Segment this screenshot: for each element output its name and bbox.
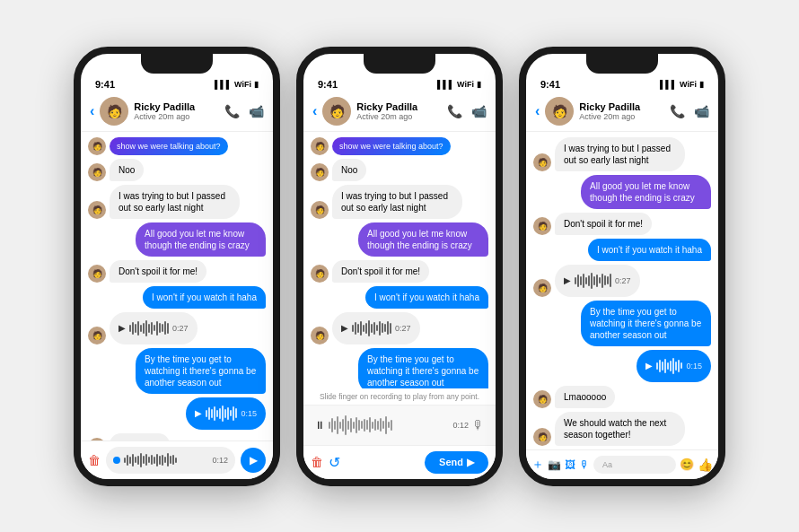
trash-icon-2[interactable]: 🗑 [311, 455, 323, 469]
back-button-2[interactable]: ‹ [312, 103, 317, 119]
msg-bubble: Noo [110, 159, 144, 181]
audio-bubble[interactable]: ▶ 0:27 [110, 312, 198, 344]
msg-row: By the time you get to watching it there… [311, 348, 488, 388]
msg-row: 🧑 Noo [88, 159, 266, 181]
msg-row: ▶ 0:15 [533, 350, 711, 382]
msg-row: I won't if you watch it haha [88, 286, 266, 309]
back-button-1[interactable]: ‹ [90, 103, 94, 119]
msg-bubble: Don't spoil it for me! [555, 213, 652, 235]
msg-row: 🧑 Don't spoil it for me! [88, 260, 266, 283]
msg-bubble: Don't spoil it for me! [110, 260, 206, 283]
msg-row: All good you let me know though the endi… [88, 222, 266, 257]
audio-bubble[interactable]: ▶ 0:27 [332, 312, 420, 344]
audio-time: 0:15 [241, 409, 257, 418]
msg-row: By the time you get to watching it there… [88, 348, 266, 394]
send-button[interactable]: ▶ [241, 448, 266, 473]
recording-hint: Slide finger on recording to play from a… [303, 388, 496, 405]
msg-bubble: Lmaooooo [555, 386, 615, 408]
play-icon[interactable]: ▶ [195, 408, 202, 418]
msg-row: ▶ 0:15 [88, 397, 266, 430]
message-input[interactable]: Aa [593, 456, 676, 474]
send-button-2[interactable]: Send ▶ [425, 451, 488, 474]
camera-icon[interactable]: 📷 [548, 458, 561, 471]
audio-bubble-sent[interactable]: ▶ 0:15 [637, 350, 711, 382]
avatar-2: 🧑 [322, 97, 351, 126]
header-info-1: Ricky Padilla Active 20m ago [134, 101, 224, 121]
msg-avatar: 🧑 [533, 217, 551, 235]
phone-icon-2[interactable]: 📞 [447, 104, 462, 118]
msg-bubble: All good you let me know though the endi… [136, 222, 266, 257]
status-bar-1: 9:41 ▌▌▌ WiFi ▮ [81, 54, 273, 93]
msg-bubble: I won't if you watch it haha [143, 286, 266, 309]
msg-avatar: 🧑 [88, 137, 106, 155]
video-icon-2[interactable]: 📹 [471, 104, 487, 118]
avatar-1: 🧑 [100, 97, 128, 126]
play-icon[interactable]: ▶ [645, 361, 653, 371]
play-icon[interactable]: ▶ [341, 323, 348, 333]
msg-bubble: I won't if you watch it haha [588, 239, 711, 261]
pause-icon[interactable]: ⏸ [314, 419, 325, 432]
msg-bubble: All good you let me know though the endi… [581, 175, 711, 209]
status-bar-2: 9:41 ▌▌▌ WiFi ▮ [303, 54, 496, 93]
msg-avatar: 🧑 [311, 201, 329, 219]
audio-bubble-sent[interactable]: ▶ 0:15 [186, 397, 266, 430]
signal-icon: ▌▌▌ [215, 80, 232, 89]
contact-status-1: Active 20m ago [134, 112, 224, 121]
audio-bubble[interactable]: ▶ 0:27 [555, 265, 640, 297]
mic-input-icon[interactable]: 🎙 [579, 458, 590, 471]
messages-area-3: 🧑 I was trying to but I passed out so ea… [526, 132, 718, 449]
msg-row: 🧑 Lmaooooo [88, 433, 266, 440]
refresh-icon[interactable]: ↺ [329, 454, 340, 471]
msg-row: 🧑 Don't spoil it for me! [533, 213, 711, 235]
header-info-2: Ricky Padilla Active 20m ago [356, 101, 447, 121]
back-button-3[interactable]: ‹ [535, 103, 540, 119]
phone-3: 9:41 ▌▌▌ WiFi ▮ ‹ 🧑 Ricky Padilla Active… [519, 47, 725, 486]
waveform [656, 357, 682, 375]
like-button[interactable]: 👍 [698, 458, 713, 472]
audio-time: 0:27 [172, 324, 189, 333]
msg-row: By the time you get to watching it there… [533, 301, 711, 346]
waveform [129, 319, 169, 337]
msg-avatar: 🧑 [88, 163, 106, 181]
msg-bubble: Noo [332, 159, 366, 181]
video-icon-3[interactable]: 📹 [694, 104, 709, 118]
messages-area-1: 🧑 show we were talking about? 🧑 Noo 🧑 I … [81, 132, 273, 440]
plus-icon[interactable]: ＋ [531, 457, 544, 473]
phone-1: 9:41 ▌▌▌ WiFi ▮ ‹ 🧑 Ricky Padilla Active… [74, 47, 280, 486]
send-label: Send [439, 457, 463, 467]
audio-time: 0:27 [615, 276, 631, 285]
waveform [206, 405, 237, 423]
avatar-3: 🧑 [545, 97, 574, 126]
chat-header-3: ‹ 🧑 Ricky Padilla Active 20m ago 📞 📹 [526, 93, 718, 132]
mic-icon[interactable]: 🎙 [472, 418, 485, 432]
record-bar: 0:12 [106, 447, 235, 474]
msg-bubble: show we were talking about? [332, 137, 451, 155]
contact-name-3: Ricky Padilla [579, 101, 670, 112]
waveform-bottom [124, 451, 208, 469]
active-recording-area: ⏸ 0:12 🎙 [303, 405, 496, 445]
header-actions-3: 📞 📹 [670, 104, 709, 118]
phone-icon-1[interactable]: 📞 [224, 104, 240, 118]
chat-header-1: ‹ 🧑 Ricky Padilla Active 20m ago 📞 📹 [81, 93, 273, 132]
msg-row: 🧑 ▶ 0:27 [311, 312, 488, 344]
msg-avatar: 🧑 [533, 390, 551, 408]
msg-bubble: I won't if you watch it haha [365, 286, 488, 309]
battery-icon: ▮ [699, 80, 704, 89]
msg-avatar: 🧑 [311, 137, 329, 155]
trash-icon[interactable]: 🗑 [88, 453, 101, 467]
msg-avatar: 🧑 [88, 327, 106, 344]
phone-icon-3[interactable]: 📞 [670, 104, 685, 118]
record-time-2: 0:12 [452, 421, 469, 430]
video-icon-1[interactable]: 📹 [249, 104, 264, 118]
emoji-icon[interactable]: 😊 [680, 458, 694, 471]
play-icon[interactable]: ▶ [119, 323, 126, 333]
msg-avatar: 🧑 [88, 201, 106, 219]
send-arrow-icon: ▶ [467, 457, 474, 468]
msg-row: All good you let me know though the endi… [533, 175, 711, 209]
image-icon[interactable]: 🖼 [565, 458, 575, 471]
play-icon[interactable]: ▶ [564, 275, 571, 285]
msg-row: 🧑 Lmaooooo [533, 386, 711, 408]
msg-row: 🧑 Noo [311, 159, 488, 181]
recording-waveform-row: ⏸ 0:12 🎙 [314, 413, 485, 438]
phones-container: 9:41 ▌▌▌ WiFi ▮ ‹ 🧑 Ricky Padilla Active… [56, 29, 743, 504]
